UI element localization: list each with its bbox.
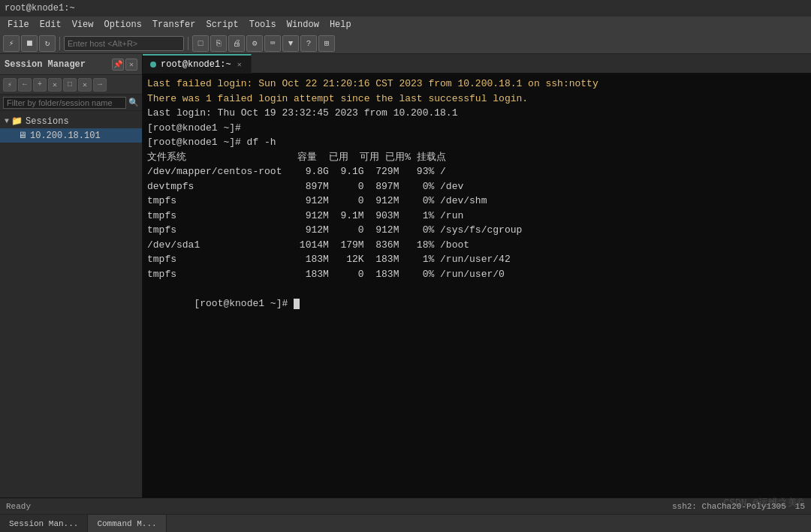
menu-item-tools[interactable]: Tools (245, 18, 281, 32)
term-line-6: /dev/mapper/centos-root 9.8G 9.1G 729M 9… (147, 164, 806, 179)
toolbar-btn-duplicate[interactable]: ⎘ (210, 35, 227, 52)
bottom-tab-session[interactable]: Session Man... (0, 515, 88, 533)
stop-btn[interactable]: ⏹ (21, 35, 38, 52)
new-session-btn[interactable]: ⚡ (3, 35, 20, 52)
menu-item-window[interactable]: Window (282, 18, 324, 32)
menu-bar: FileEditViewOptionsTransferScriptToolsWi… (0, 17, 811, 33)
node-label: 10.200.18.101 (30, 131, 101, 141)
menu-item-script[interactable]: Script (201, 18, 243, 32)
term-line-5: 文件系统 容量 已用 可用 已用% 挂载点 (147, 150, 806, 165)
toolbar-btn-filter[interactable]: ▼ (282, 35, 299, 52)
term-line-3: [root@knode1 ~]# (147, 121, 806, 136)
session-btn-delete[interactable]: ✕ (48, 78, 62, 92)
toolbar-btn-keys[interactable]: ⌨ (264, 35, 281, 52)
session-tree: ▼ 📁 Sessions 🖥 10.200.18.101 (0, 111, 142, 497)
tab-bar: root@knode1:~ ✕ (143, 54, 811, 74)
bottom-tab-command[interactable]: Command M... (88, 515, 166, 533)
connection-dot (150, 62, 156, 68)
term-line-11: /dev/sda1 1014M 179M 836M 18% /boot (147, 238, 806, 253)
term-line-13: tmpfs 183M 0 183M 0% /run/user/0 (147, 267, 806, 282)
sessions-folder[interactable]: ▼ 📁 Sessions (0, 114, 142, 128)
term-line-8: tmpfs 912M 0 912M 0% /dev/shm (147, 194, 806, 209)
term-line-10: tmpfs 912M 0 912M 0% /sys/fs/cgroup (147, 223, 806, 238)
menu-item-edit[interactable]: Edit (35, 18, 66, 32)
session-search: 🔍 (0, 95, 142, 111)
session-btn-add[interactable]: + (33, 78, 47, 92)
separator1 (59, 37, 60, 50)
tab-terminal[interactable]: root@knode1:~ ✕ (143, 54, 252, 74)
term-line-4: [root@knode1 ~]# df -h (147, 135, 806, 150)
menu-item-view[interactable]: View (68, 18, 98, 32)
toolbar-btn-help[interactable]: ? (300, 35, 317, 52)
server-icon: 🖥 (18, 130, 27, 141)
session-btn-back[interactable]: ← (18, 78, 32, 92)
session-panel-header: Session Manager 📌 ✕ (0, 54, 142, 75)
folder-arrow: ▼ (5, 117, 9, 125)
session-btn-cut[interactable]: ✕ (78, 78, 92, 92)
term-line-12: tmpfs 183M 12K 183M 1% /run/user/42 (147, 252, 806, 267)
session-search-input[interactable] (3, 97, 126, 109)
toolbar-btn-settings[interactable]: ⚙ (246, 35, 263, 52)
folder-icon: 📁 (11, 116, 23, 127)
terminal-area: root@knode1:~ ✕ Last failed login: Sun O… (143, 54, 811, 497)
menu-item-transfer[interactable]: Transfer (148, 18, 200, 32)
pin-btn[interactable]: 📌 (112, 59, 124, 71)
session-btn-rename[interactable]: → (93, 78, 107, 92)
term-line-7: devtmpfs 897M 0 897M 0% /dev (147, 179, 806, 194)
status-num: 15 (795, 502, 805, 511)
host-input[interactable] (64, 36, 184, 51)
toolbar-btn-connect[interactable]: □ (192, 35, 209, 52)
term-line-14: [root@knode1 ~]# (147, 281, 806, 326)
status-ready: Ready (6, 502, 31, 511)
toolbar: ⚡ ⏹ ↻ □ ⎘ 🖨 ⚙ ⌨ ▼ ? ⊞ (0, 33, 811, 54)
sessions-label: Sessions (26, 116, 69, 127)
separator2 (188, 37, 188, 50)
toolbar-btn-print[interactable]: 🖨 (228, 35, 245, 52)
menu-item-file[interactable]: File (3, 18, 34, 32)
tab-close-btn[interactable]: ✕ (236, 59, 243, 70)
session-btn-connect[interactable]: ⚡ (3, 78, 17, 92)
status-bar: Ready ssh2: ChaCha20-Poly1305 15 (0, 497, 811, 514)
title-bar: root@knode1:~ (0, 0, 811, 17)
bottom-tabs: Session Man... Command M... (0, 514, 811, 532)
refresh-btn[interactable]: ↻ (39, 35, 56, 52)
session-node[interactable]: 🖥 10.200.18.101 (0, 128, 142, 143)
prompt-text: [root@knode1 ~]# (194, 298, 294, 309)
term-line-0: Last failed login: Sun Oct 22 21:20:16 C… (147, 77, 806, 92)
tab-label: root@knode1:~ (161, 59, 231, 70)
main-content: Session Manager 📌 ✕ ⚡ ← + ✕ □ ✕ → 🔍 ▼ 📁 … (0, 54, 811, 497)
menu-item-options[interactable]: Options (99, 18, 146, 32)
menu-item-help[interactable]: Help (325, 18, 356, 32)
session-btn-copy[interactable]: □ (63, 78, 77, 92)
search-icon: 🔍 (128, 98, 139, 107)
status-ssh: ssh2: ChaCha20-Poly1305 (672, 502, 786, 511)
cursor (294, 299, 300, 309)
title-bar-text: root@knode1:~ (5, 3, 75, 14)
toolbar-btn-extra[interactable]: ⊞ (318, 35, 335, 52)
term-line-1: There was 1 failed login attempt since t… (147, 92, 806, 107)
term-line-9: tmpfs 912M 9.1M 903M 1% /run (147, 209, 806, 224)
term-line-2: Last login: Thu Oct 19 23:32:45 2023 fro… (147, 106, 806, 121)
session-panel: Session Manager 📌 ✕ ⚡ ← + ✕ □ ✕ → 🔍 ▼ 📁 … (0, 54, 143, 497)
close-panel-btn[interactable]: ✕ (125, 59, 137, 71)
session-toolbar: ⚡ ← + ✕ □ ✕ → (0, 75, 142, 95)
status-right: ssh2: ChaCha20-Poly1305 15 (672, 502, 805, 511)
bottom-tab-session-label: Session Man... (9, 519, 78, 528)
terminal[interactable]: Last failed login: Sun Oct 22 21:20:16 C… (143, 74, 811, 497)
session-panel-title: Session Manager (5, 59, 86, 70)
bottom-tab-command-label: Command M... (97, 519, 156, 528)
